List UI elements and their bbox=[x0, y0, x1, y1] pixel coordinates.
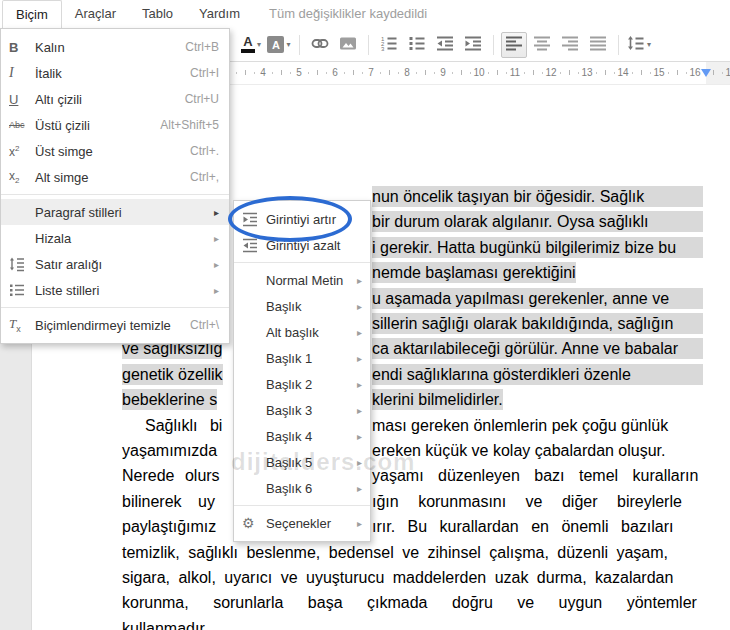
submenu-item-heading-4[interactable]: Başlık 4▸ bbox=[234, 423, 370, 449]
ruler-number: 11 bbox=[510, 67, 520, 78]
submenu-item-options[interactable]: ⚙Seçenekler▸ bbox=[234, 510, 370, 536]
text-line-right-fragment[interactable]: ması gereken önlemlerin pek çoğu günlük bbox=[372, 415, 668, 436]
submenu-arrow-icon: ▸ bbox=[357, 483, 362, 494]
text-line-right-fragment[interactable]: sillerin sağlığı olarak bakıldığında, sa… bbox=[372, 313, 703, 334]
menu-item-list-styles[interactable]: Liste stilleri▸ bbox=[1, 277, 229, 303]
toolbar-align-justify-button[interactable] bbox=[585, 32, 611, 58]
ruler-number: 12 bbox=[545, 67, 556, 78]
toolbar-separator bbox=[493, 35, 494, 55]
text-line-left-fragment[interactable]: bebeklerine s bbox=[122, 389, 217, 410]
menubar-item-table-menu[interactable]: Tablo bbox=[129, 0, 186, 28]
menu-item-superscript[interactable]: x2Üst simgeCtrl+. bbox=[1, 138, 229, 164]
ruler-number: 9 bbox=[440, 67, 446, 78]
text-line-right-fragment[interactable]: nun öncelik taşıyan bir öğesidir. Sağlık bbox=[372, 186, 703, 207]
toolbar-decrease-indent-button[interactable] bbox=[432, 32, 458, 58]
menu-line-spacing-icon bbox=[9, 256, 35, 272]
toolbar-separator bbox=[299, 35, 300, 55]
text-line-left-fragment[interactable]: Nerede olurs bbox=[122, 465, 220, 486]
submenu-item-heading-6[interactable]: Başlık 6▸ bbox=[234, 475, 370, 501]
chevron-down-icon[interactable]: ▾ bbox=[647, 40, 651, 49]
outdent-icon bbox=[436, 34, 454, 56]
submenu-arrow-icon: ▸ bbox=[357, 301, 362, 312]
text-line-right-fragment[interactable]: nemde başlaması gerektiğini bbox=[372, 262, 576, 283]
submenu-item-title[interactable]: Başlık▸ bbox=[234, 293, 370, 319]
text-line-right-fragment[interactable]: ırır. Bu kurallardan en önemli bazıları bbox=[372, 516, 673, 537]
text-line-left-fragment[interactable]: paylaştığımız bbox=[122, 516, 216, 537]
toolbar-text-color-button[interactable]: A▾ bbox=[238, 32, 264, 58]
submenu-item-heading-1[interactable]: Başlık 1▸ bbox=[234, 345, 370, 371]
menu-item-label: Üst simge bbox=[35, 144, 182, 159]
text-line-right-fragment[interactable]: ca aktarılabileceği görülür. Anne ve bab… bbox=[372, 338, 703, 359]
submenu-item-increase-indent[interactable]: Girintiyi artır bbox=[234, 206, 370, 232]
menubar-item-tools-menu[interactable]: Araçlar bbox=[62, 0, 129, 28]
menu-item-label: Hizala bbox=[35, 231, 208, 246]
ruler-dot bbox=[632, 72, 633, 74]
ruler-dot bbox=[326, 72, 327, 74]
toolbar-numbered-list-button[interactable]: 123 bbox=[376, 32, 402, 58]
submenu-item-label: Seçenekler bbox=[266, 516, 351, 531]
chevron-down-icon[interactable]: ▾ bbox=[257, 40, 261, 49]
submenu-item-decrease-indent[interactable]: Girintiyi azalt bbox=[234, 232, 370, 258]
menu-item-shortcut: Ctrl+, bbox=[190, 170, 219, 184]
menu-item-paragraph-styles[interactable]: Paragraf stilleri▸ bbox=[1, 199, 229, 225]
menu-item-clear-formatting[interactable]: TxBiçimlendirmeyi temizleCtrl+\ bbox=[1, 312, 229, 338]
right-indent-marker[interactable] bbox=[701, 69, 711, 77]
ruler-tick bbox=[533, 70, 534, 75]
text-line[interactable]: korunma, sorunlarla başa çıkmada doğru v… bbox=[122, 592, 697, 613]
ruler-tick bbox=[245, 70, 246, 75]
menu-item-bold[interactable]: BKalınCtrl+B bbox=[1, 34, 229, 60]
ruler-tick bbox=[317, 70, 318, 75]
toolbar-align-left-button[interactable] bbox=[501, 32, 527, 58]
toolbar-highlight-color-button[interactable]: A▾ bbox=[266, 32, 292, 58]
text-line[interactable]: kullanmadır. bbox=[122, 618, 208, 630]
text-line-right-fragment[interactable]: endi sağlıklarına gösterdikleri özenle bbox=[372, 364, 703, 385]
text-line-left-fragment[interactable]: yaşamımızda bbox=[122, 440, 217, 461]
menubar-item-format-menu[interactable]: Biçim bbox=[2, 0, 62, 28]
menu-item-shortcut: Ctrl+I bbox=[190, 66, 219, 80]
toolbar-increase-indent-button[interactable] bbox=[460, 32, 486, 58]
menu-item-align[interactable]: Hizala▸ bbox=[1, 225, 229, 251]
toolbar-insert-link-button[interactable] bbox=[307, 32, 333, 58]
submenu-item-label: Başlık bbox=[266, 299, 351, 314]
submenu-item-heading-3[interactable]: Başlık 3▸ bbox=[234, 397, 370, 423]
text-line-right-fragment[interactable]: ığın korunmasını ve diğer bireylerle bbox=[372, 491, 682, 512]
menu-item-line-spacing[interactable]: Satır aralığı▸ bbox=[1, 251, 229, 277]
text-line-right-fragment[interactable]: yaşamı düzenleyen bazı temel kuralların bbox=[372, 465, 698, 486]
ruler-number: 5 bbox=[296, 67, 302, 78]
menubar-item-help-menu[interactable]: Yardım bbox=[186, 0, 253, 28]
text-line-right-fragment[interactable]: klerini bilmelidirler. bbox=[372, 389, 503, 410]
superscript-icon: x2 bbox=[9, 144, 35, 159]
submenu-arrow-icon: ▸ bbox=[357, 327, 362, 338]
toolbar-align-right-button[interactable] bbox=[557, 32, 583, 58]
submenu-item-subtitle[interactable]: Alt başlık▸ bbox=[234, 319, 370, 345]
text-line-right-fragment[interactable]: i gerekir. Hatta bugünkü bilgilerimiz bi… bbox=[372, 237, 703, 258]
ruler-number: 14 bbox=[617, 67, 628, 78]
menu-item-subscript[interactable]: x2Alt simgeCtrl+, bbox=[1, 164, 229, 190]
chevron-down-icon[interactable]: ▾ bbox=[286, 40, 290, 49]
submenu-item-heading-2[interactable]: Başlık 2▸ bbox=[234, 371, 370, 397]
text-line[interactable]: temizlik, sağlıklı beslenme, bedensel ve… bbox=[122, 542, 668, 563]
text-line-right-fragment[interactable]: u aşamada yapılması gerekenler, anne ve bbox=[372, 288, 703, 309]
text-line-left-fragment[interactable]: bilinerek uy bbox=[122, 491, 215, 512]
toolbar-insert-image-button[interactable] bbox=[335, 32, 361, 58]
text-line-right-fragment[interactable]: ereken küçük ve kolay çabalardan oluşur. bbox=[372, 440, 666, 461]
submenu-item-normal-text[interactable]: Normal Metin▸ bbox=[234, 267, 370, 293]
menu-item-strikethrough[interactable]: AbcÜstü çiziliAlt+Shift+5 bbox=[1, 112, 229, 138]
ruler-tick bbox=[569, 70, 570, 75]
text-line[interactable]: sigara, alkol, uyarıcı ve uyuşturucu mad… bbox=[122, 567, 673, 588]
text-line-right-fragment[interactable]: bir durum olarak algılanır. Oysa sağlıkl… bbox=[372, 211, 703, 232]
menu-item-underline[interactable]: UAltı çiziliCtrl+U bbox=[1, 86, 229, 112]
text-line-left-fragment[interactable]: Sağlıklı bi bbox=[145, 415, 222, 436]
toolbar-bulleted-list-button[interactable] bbox=[404, 32, 430, 58]
toolbar-line-spacing-button[interactable]: ▾ bbox=[626, 32, 652, 58]
menu-item-italic[interactable]: IİtalikCtrl+I bbox=[1, 60, 229, 86]
submenu-item-label: Başlık 4 bbox=[266, 429, 351, 444]
text-line-left-fragment[interactable]: genetik özellik bbox=[122, 364, 223, 385]
menu-item-shortcut: Ctrl+\ bbox=[190, 318, 219, 332]
numbered-list-icon: 123 bbox=[380, 34, 398, 56]
ruler-tick bbox=[425, 70, 426, 75]
submenu-arrow-icon: ▸ bbox=[214, 259, 219, 270]
toolbar-align-center-button[interactable] bbox=[529, 32, 555, 58]
align-right-icon bbox=[561, 34, 579, 56]
align-center-icon bbox=[533, 34, 551, 56]
